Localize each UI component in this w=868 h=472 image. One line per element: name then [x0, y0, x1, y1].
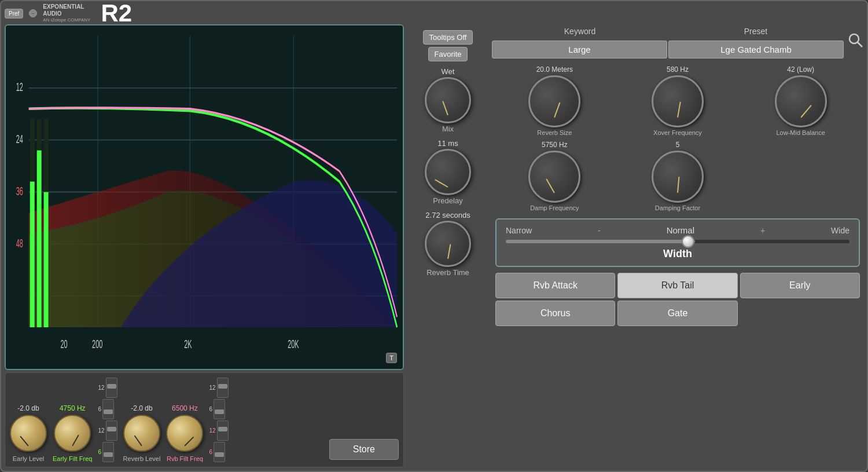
- reverb-size-knob[interactable]: [528, 75, 580, 127]
- svg-text:12: 12: [16, 81, 23, 93]
- wet-knob[interactable]: [425, 77, 471, 123]
- reverb-level-knob-container: [123, 415, 160, 452]
- main-content: 12 24 36 48 20 200 2K 20K T -2.0 db: [5, 24, 863, 467]
- early-level-group: -2.0 db Early Level: [10, 404, 47, 462]
- svg-text:20K: 20K: [288, 338, 299, 350]
- search-button[interactable]: [847, 32, 863, 52]
- svg-text:200: 200: [92, 338, 102, 350]
- mini-slider-1b[interactable]: [102, 399, 114, 419]
- damp-factor-knob[interactable]: [652, 151, 704, 203]
- pref-button[interactable]: Pref: [5, 9, 23, 19]
- predelay-knob[interactable]: [425, 149, 471, 195]
- preset-value-btn[interactable]: Lge Gated Chamb: [668, 41, 844, 58]
- reverb-time-group: 2.72 seconds Reverb Time: [425, 211, 471, 277]
- rvb-attack-button[interactable]: Rvb Attack: [495, 273, 615, 298]
- keyword-header: Keyword: [492, 24, 668, 38]
- reverb-time-label: Reverb Time: [426, 268, 469, 277]
- early-filt-label: Early Filt Freq: [53, 455, 92, 462]
- reverb-time-knob[interactable]: [425, 221, 471, 267]
- wide-label: Wide: [831, 226, 849, 235]
- predelay-group: 11 ms Predelay: [425, 139, 471, 205]
- center-panel: Tooltips Off Favorite Wet Mix 11 ms Pred…: [407, 24, 488, 467]
- wet-label: Wet: [442, 67, 455, 76]
- search-icon: [847, 32, 863, 48]
- early-filt-group: 4750 Hz Early Filt Freq: [53, 404, 92, 462]
- reverb-size-label: Reverb Size: [537, 129, 572, 136]
- xover-freq-group: 580 Hz Xover Frequency: [619, 65, 737, 136]
- company-sub: AN iZotope COMPANY: [43, 17, 90, 23]
- svg-text:20: 20: [60, 338, 67, 350]
- svg-line-24: [858, 42, 862, 47]
- mini-slider-2b[interactable]: [214, 399, 225, 419]
- low-mid-knob[interactable]: [775, 75, 827, 127]
- low-mid-value: 42 (Low): [787, 65, 814, 74]
- rvb-filt-knob[interactable]: [166, 415, 203, 452]
- reverb-time-value: 2.72 seconds: [425, 211, 470, 219]
- gate-button[interactable]: Gate: [617, 301, 737, 326]
- favorite-button[interactable]: Favorite: [428, 47, 468, 61]
- damp-factor-value: 5: [676, 141, 680, 149]
- width-slider-track: [506, 240, 849, 243]
- svg-text:48: 48: [16, 237, 23, 249]
- mix-label: Mix: [442, 125, 454, 133]
- xover-freq-label: Xover Frequency: [653, 129, 702, 136]
- svg-rect-12: [37, 151, 42, 327]
- rvb-filt-label: Rvb Filt Freq: [167, 455, 203, 462]
- xover-freq-value: 580 Hz: [667, 65, 689, 74]
- mini-slider-1a[interactable]: [106, 378, 117, 398]
- t-button[interactable]: T: [386, 353, 397, 363]
- early-level-value: -2.0 db: [17, 404, 39, 412]
- early-button[interactable]: Early: [740, 273, 860, 298]
- rvb-filt-group: 6500 Hz Rvb Filt Freq: [166, 404, 203, 462]
- kp-header: Keyword Preset: [492, 24, 844, 38]
- svg-text:2K: 2K: [184, 338, 192, 350]
- narrow-label: Narrow: [506, 226, 532, 235]
- keyword-value-btn[interactable]: Large: [492, 41, 667, 58]
- width-slider-fill: [506, 240, 695, 243]
- svg-rect-10: [30, 182, 35, 328]
- damp-freq-group: 5750 Hz Damp Frequency: [495, 141, 614, 211]
- logo-text: EXPONENTIAL AUDIO AN iZotope COMPANY: [43, 3, 90, 23]
- xover-freq-knob[interactable]: [652, 75, 704, 127]
- early-level-knob[interactable]: [10, 415, 47, 452]
- right-panel: Keyword Preset Large Lge Gated Chamb: [492, 24, 863, 467]
- width-slider-thumb[interactable]: [682, 235, 694, 248]
- reverb-level-knob[interactable]: [123, 415, 160, 452]
- company-name: EXPONENTIAL AUDIO: [43, 3, 90, 17]
- chorus-button[interactable]: Chorus: [495, 301, 615, 326]
- normal-label: Normal: [667, 225, 694, 235]
- reverb-size-group: 20.0 Meters Reverb Size: [495, 65, 614, 136]
- param-grid: 20.0 Meters Reverb Size 580 Hz Xover Fre…: [492, 62, 863, 215]
- reverb-level-value: -2.0 db: [131, 404, 152, 412]
- rvb-tail-button[interactable]: Rvb Tail: [617, 273, 737, 298]
- preset-header: Preset: [668, 24, 844, 38]
- rvb-filt-value: 6500 Hz: [172, 404, 198, 412]
- top-bar: Pref − EXPONENTIAL AUDIO AN iZotope COMP…: [5, 5, 863, 22]
- early-level-label: Early Level: [13, 455, 44, 462]
- damp-factor-label: Damping Factor: [655, 204, 700, 211]
- mini-slider-2d[interactable]: [214, 442, 225, 462]
- kp-values: Large Lge Gated Chamb: [492, 41, 844, 58]
- width-title: Width: [506, 248, 849, 260]
- mini-slider-group-2: 12 6 12: [209, 378, 228, 462]
- damp-freq-knob[interactable]: [528, 151, 580, 203]
- plugin-container: Pref − EXPONENTIAL AUDIO AN iZotope COMP…: [0, 0, 868, 472]
- store-button[interactable]: Store: [329, 439, 399, 460]
- svg-text:24: 24: [16, 133, 23, 145]
- mini-slider-1c[interactable]: [106, 420, 117, 441]
- reverb-size-value: 20.0 Meters: [536, 65, 573, 74]
- svg-point-23: [849, 34, 859, 43]
- right-top: Keyword Preset Large Lge Gated Chamb: [492, 24, 863, 58]
- mini-slider-2c[interactable]: [217, 420, 229, 441]
- logo-area: EXPONENTIAL AUDIO AN iZotope COMPANY R2: [43, 1, 132, 25]
- early-filt-knob[interactable]: [54, 415, 91, 452]
- damp-freq-value: 5750 Hz: [542, 141, 568, 149]
- width-plus: +: [760, 226, 765, 235]
- mini-slider-1d[interactable]: [102, 442, 114, 462]
- damp-freq-label: Damp Frequency: [530, 204, 579, 211]
- minimize-button[interactable]: −: [29, 9, 37, 17]
- tooltips-button[interactable]: Tooltips Off: [423, 30, 473, 45]
- mini-slider-2a[interactable]: [217, 378, 229, 398]
- r2-logo: R2: [101, 1, 132, 25]
- reverb-level-group: -2.0 db Reverb Level: [123, 404, 161, 462]
